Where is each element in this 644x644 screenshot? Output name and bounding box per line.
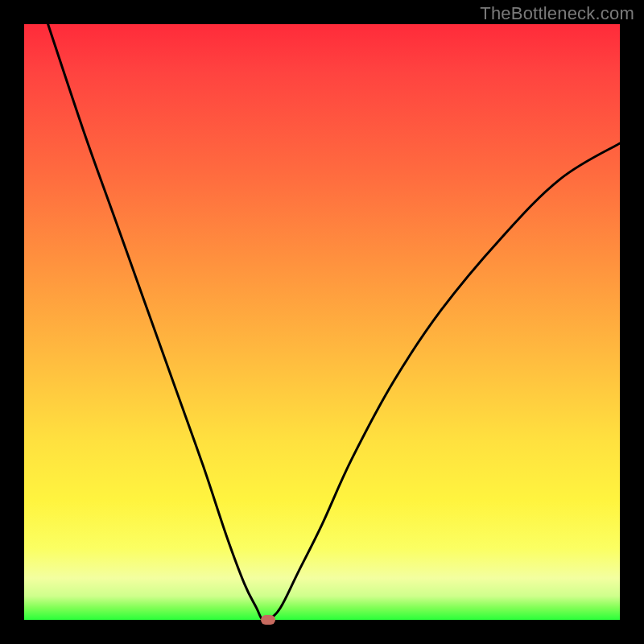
watermark-text: TheBottleneck.com	[480, 3, 634, 24]
curve-svg	[24, 24, 620, 620]
bottleneck-curve-path	[48, 24, 620, 621]
minimum-marker	[261, 615, 275, 625]
plot-area	[24, 24, 620, 620]
chart-frame: TheBottleneck.com	[0, 0, 644, 644]
